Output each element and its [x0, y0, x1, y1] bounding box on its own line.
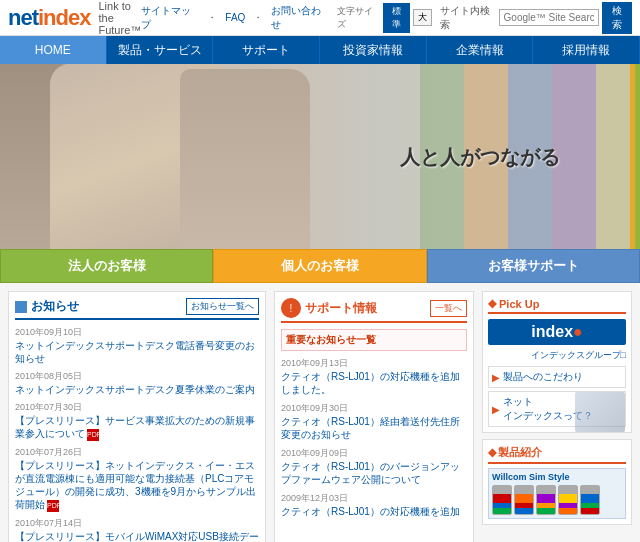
nav-recruit[interactable]: 採用情報 — [533, 36, 640, 64]
faq-link[interactable]: FAQ — [225, 12, 245, 23]
index-group-link[interactable]: インデックスグループ□ — [488, 349, 626, 362]
news-link[interactable]: ネットインデックスサポートデスク電話番号変更のお知らせ — [15, 339, 259, 365]
site-search-label: サイト内検索 — [440, 4, 495, 32]
news-icon — [15, 301, 27, 313]
news-link[interactable]: 【プレスリリース】モバイルWiMAX対応USB接続データ通信カードを開発・販売P… — [15, 530, 259, 542]
hero-banner: 人と人がつながる — [0, 64, 640, 249]
sim-card — [514, 485, 534, 515]
sitemap-link[interactable]: サイトマップ — [141, 4, 199, 32]
tagline: Link to the Future™ — [98, 0, 141, 36]
news-link[interactable]: 【プレスリリース】サービス事業拡大のための新規事業参入についてPDF — [15, 414, 259, 441]
support-item: 2010年09月09日 クティオ（RS-LJ01）のバージョンアップファームウェ… — [281, 447, 467, 486]
hero-text: 人と人がつながる — [400, 143, 560, 170]
news-date: 2010年07月26日 — [15, 446, 259, 459]
news-column: お知らせ お知らせ一覧へ 2010年09月10日 ネットインデックスサポートデス… — [8, 291, 266, 542]
sim-card — [536, 485, 556, 515]
font-size-control: 文字サイズ 標準 大 — [337, 3, 432, 33]
main-content: お知らせ お知らせ一覧へ 2010年09月10日 ネットインデックスサポートデス… — [0, 283, 640, 542]
tab-individual[interactable]: 個人のお客様 — [213, 249, 426, 283]
nav-company[interactable]: 企業情報 — [427, 36, 534, 64]
sim-card — [492, 485, 512, 515]
support-more-link[interactable]: 一覧へ — [430, 300, 467, 317]
search-area: サイト内検索 検索 — [440, 2, 632, 34]
pickup-header: ◆ Pick Up — [488, 297, 626, 314]
news-item: 2010年08月05日 ネットインデックスサポートデスク夏季休業のご案内 — [15, 370, 259, 396]
support-item: 2009年12月03日 クティオ（RS-LJ01）の対応機種を追加 — [281, 492, 467, 518]
index-logo: index● — [488, 319, 626, 345]
news-item: 2010年09月10日 ネットインデックスサポートデスク電話番号変更のお知らせ — [15, 326, 259, 365]
customer-tabs: 法人のお客様 個人のお客様 お客様サポート — [0, 249, 640, 283]
support-date: 2010年09月30日 — [281, 402, 467, 415]
product-section-icon: ◆ — [488, 446, 496, 459]
news-date: 2010年08月05日 — [15, 370, 259, 383]
willcom-sim-box: Willcom Sim Style — [488, 468, 626, 519]
news-header: お知らせ お知らせ一覧へ — [15, 298, 259, 320]
pickup-icon: ◆ — [488, 297, 496, 310]
news-link[interactable]: 【プレスリリース】ネットインデックス・イー・エスが直流電源棟にも適用可能な電力接… — [15, 459, 259, 512]
support-date: 2009年12月03日 — [281, 492, 467, 505]
support-column: ! サポート情報 一覧へ 重要なお知らせ一覧 2010年09月13日 クティオ（… — [274, 291, 474, 542]
main-nav: HOME 製品・サービス サポート 投資家情報 企業情報 採用情報 — [0, 36, 640, 64]
pdf-icon: PDF — [87, 429, 99, 441]
pickup-column: ◆ Pick Up index● インデックスグループ□ ▶ 製品へのこだわり … — [482, 291, 632, 542]
news-title: お知らせ — [15, 298, 79, 315]
news-date: 2010年07月14日 — [15, 517, 259, 530]
support-item: 2010年09月30日 クティオ（RS-LJ01）経由着送付先住所変更のお知らせ — [281, 402, 467, 441]
nav-investor[interactable]: 投資家情報 — [320, 36, 427, 64]
support-link[interactable]: クティオ（RS-LJ01）の対応機種を追加しました。 — [281, 370, 467, 396]
search-button[interactable]: 検索 — [602, 2, 632, 34]
pickup-box: ◆ Pick Up index● インデックスグループ□ ▶ 製品へのこだわり … — [482, 291, 632, 433]
logo: netindex — [8, 5, 90, 31]
search-input[interactable] — [499, 9, 599, 26]
header-right: サイトマップ ・ FAQ ・ お問い合わせ 文字サイズ 標準 大 サイト内検索 … — [141, 2, 632, 34]
pdf-icon: PDF — [47, 500, 59, 512]
news-item: 2010年07月14日 【プレスリリース】モバイルWiMAX対応USB接続データ… — [15, 517, 259, 542]
news-link[interactable]: ネットインデックスサポートデスク夏季休業のご案内 — [15, 383, 259, 396]
support-notice[interactable]: 重要なお知らせ一覧 — [281, 329, 467, 351]
support-link[interactable]: クティオ（RS-LJ01）のバージョンアップファームウェア公開について — [281, 460, 467, 486]
support-link[interactable]: クティオ（RS-LJ01）の対応機種を追加 — [281, 505, 467, 518]
news-date: 2010年07月30日 — [15, 401, 259, 414]
support-link[interactable]: クティオ（RS-LJ01）経由着送付先住所変更のお知らせ — [281, 415, 467, 441]
support-item: 2010年09月13日 クティオ（RS-LJ01）の対応機種を追加しました。 — [281, 357, 467, 396]
nav-home[interactable]: HOME — [0, 36, 107, 64]
support-title: サポート情報 — [305, 300, 377, 317]
support-date: 2010年09月09日 — [281, 447, 467, 460]
news-item: 2010年07月30日 【プレスリリース】サービス事業拡大のための新規事業参入に… — [15, 401, 259, 441]
support-header: ! サポート情報 一覧へ — [281, 298, 467, 323]
support-icon: ! — [281, 298, 301, 318]
header: netindex Link to the Future™ サイトマップ ・ FA… — [0, 0, 640, 36]
font-size-label: 文字サイズ — [337, 5, 380, 31]
nav-support[interactable]: サポート — [213, 36, 320, 64]
font-small-button[interactable]: 標準 — [383, 3, 410, 33]
product-section-header: ◆ 製品紹介 — [488, 445, 626, 464]
willcom-sim-cards — [492, 485, 622, 515]
sim-card — [558, 485, 578, 515]
product-link-2[interactable]: ▶ ネットインデックスって？ — [488, 391, 626, 427]
product-link-1[interactable]: ▶ 製品へのこだわり — [488, 366, 626, 388]
sim-card — [580, 485, 600, 515]
willcom-sim-label: Willcom Sim Style — [492, 472, 622, 482]
news-item: 2010年07月26日 【プレスリリース】ネットインデックス・イー・エスが直流電… — [15, 446, 259, 512]
news-date: 2010年09月10日 — [15, 326, 259, 339]
logo-area: netindex Link to the Future™ — [8, 0, 141, 36]
contact-link[interactable]: お問い合わせ — [271, 4, 329, 32]
news-more-link[interactable]: お知らせ一覧へ — [186, 298, 259, 315]
tab-corporate[interactable]: 法人のお客様 — [0, 249, 213, 283]
product-section: ◆ 製品紹介 Willcom Sim Style — [482, 439, 632, 525]
tab-support[interactable]: お客様サポート — [427, 249, 640, 283]
nav-products[interactable]: 製品・サービス — [107, 36, 214, 64]
font-large-button[interactable]: 大 — [413, 9, 432, 26]
support-date: 2010年09月13日 — [281, 357, 467, 370]
